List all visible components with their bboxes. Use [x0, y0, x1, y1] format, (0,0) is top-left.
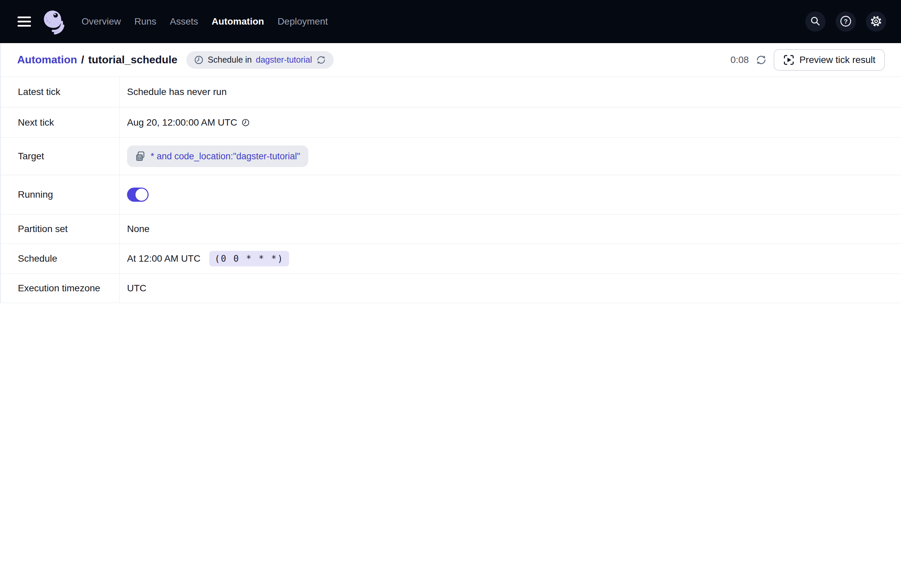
navbar-actions: ?	[805, 11, 886, 32]
nav-tab-assets[interactable]: Assets	[170, 16, 198, 27]
gear-icon	[870, 15, 882, 29]
asset-selection-pill[interactable]: * and code_location:"dagster-tutorial"	[127, 145, 308, 167]
breadcrumb: Automation / tutorial_schedule	[17, 54, 178, 66]
row-label: Execution timezone	[1, 274, 120, 303]
search-button[interactable]	[805, 11, 826, 32]
table-row-running: Running	[1, 175, 901, 215]
refresh-countdown: 0:08	[731, 54, 749, 65]
cron-expression-pill: (0 0 * * *)	[209, 251, 289, 266]
refresh-icon	[755, 54, 767, 66]
menu-hamburger-icon[interactable]	[15, 12, 34, 31]
preview-tick-icon	[783, 54, 795, 66]
row-label: Target	[1, 138, 120, 175]
running-toggle[interactable]	[127, 188, 149, 202]
top-navbar: Overview Runs Assets Automation Deployme…	[0, 0, 901, 43]
page-header: Automation / tutorial_schedule Schedule …	[0, 43, 901, 77]
table-row-execution-timezone: Execution timezone UTC	[1, 274, 901, 303]
target-selection-text: * and code_location:"dagster-tutorial"	[151, 151, 300, 162]
asset-group-icon	[135, 151, 146, 162]
table-row-next-tick: Next tick Aug 20, 12:00:00 AM UTC	[1, 107, 901, 138]
table-row-target: Target * and code_locat	[1, 138, 901, 175]
table-row-latest-tick: Latest tick Schedule has never run	[1, 77, 901, 107]
schedule-location-badge: Schedule in dagster-tutorial	[186, 51, 334, 69]
primary-nav: Overview Runs Assets Automation Deployme…	[81, 16, 328, 27]
table-row-partition-set: Partition set None	[1, 215, 901, 244]
breadcrumb-separator: /	[81, 54, 84, 66]
row-label: Schedule	[1, 244, 120, 274]
help-button[interactable]: ?	[836, 11, 856, 32]
row-label: Next tick	[1, 107, 120, 137]
nav-tab-overview[interactable]: Overview	[81, 16, 121, 27]
nav-tab-automation[interactable]: Automation	[212, 16, 264, 27]
breadcrumb-automation-link[interactable]: Automation	[17, 54, 77, 66]
schedule-details-table: Latest tick Schedule has never run Next …	[0, 77, 901, 303]
header-actions: 0:08 Preview tic	[731, 49, 885, 71]
search-icon	[810, 16, 821, 28]
row-label: Latest tick	[1, 77, 120, 107]
code-location-link[interactable]: dagster-tutorial	[256, 55, 312, 65]
page-title: tutorial_schedule	[88, 54, 178, 66]
partition-set-value: None	[127, 224, 150, 234]
row-label: Running	[1, 175, 120, 214]
execution-timezone-value: UTC	[127, 283, 147, 294]
toggle-knob	[136, 188, 148, 201]
row-label: Partition set	[1, 215, 120, 243]
nav-tab-runs[interactable]: Runs	[134, 16, 156, 27]
help-icon: ?	[839, 15, 852, 29]
settings-button[interactable]	[866, 11, 886, 32]
nav-tab-deployment[interactable]: Deployment	[277, 16, 328, 27]
clock-icon	[194, 55, 204, 65]
preview-tick-result-button[interactable]: Preview tick result	[774, 49, 885, 71]
schedule-human-readable: At 12:00 AM UTC	[127, 253, 201, 264]
timezone-clock-icon[interactable]	[241, 118, 250, 127]
table-row-schedule: Schedule At 12:00 AM UTC (0 0 * * *)	[1, 244, 901, 274]
next-tick-value: Aug 20, 12:00:00 AM UTC	[127, 117, 237, 128]
dagster-logo[interactable]	[40, 7, 69, 36]
refresh-button[interactable]	[755, 54, 767, 66]
badge-prefix-label: Schedule in	[208, 55, 252, 65]
preview-button-label: Preview tick result	[799, 54, 875, 65]
svg-text:?: ?	[844, 17, 848, 25]
latest-tick-value: Schedule has never run	[127, 87, 227, 97]
reload-location-icon[interactable]	[316, 55, 326, 65]
